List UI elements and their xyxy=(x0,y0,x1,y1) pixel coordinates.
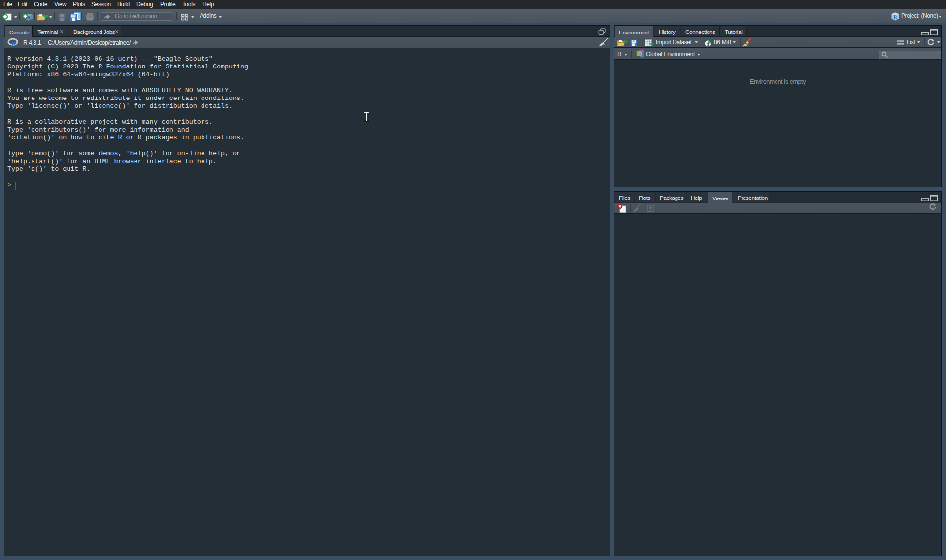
svg-text:R: R xyxy=(11,40,16,48)
svg-text:R: R xyxy=(894,14,898,20)
